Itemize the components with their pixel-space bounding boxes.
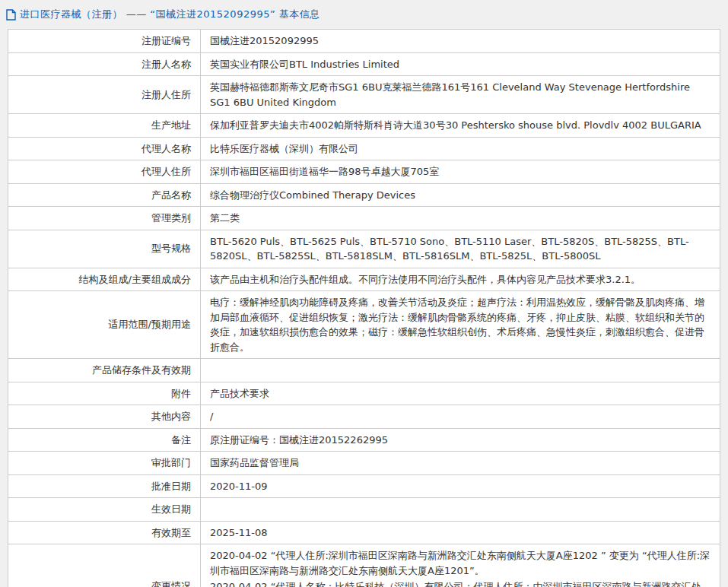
row-label-text: 附件 — [171, 388, 191, 399]
row-value-text: 比特乐医疗器械（深圳）有限公司 — [210, 143, 358, 154]
row-value: 比特乐医疗器械（深圳）有限公司 — [201, 137, 720, 160]
info-table: 注册证编号国械注进20152092995注册人名称英国实业有限公司BTL Ind… — [8, 29, 720, 587]
row-label-text: 代理人名称 — [141, 143, 191, 154]
table-row: 批准日期2020-11-09 — [8, 474, 720, 498]
row-value-text: 保加利亚普罗夫迪夫市4002帕斯特斯科肖诗大道30号30 Peshtersko … — [210, 119, 701, 131]
row-label: 型号规格 — [8, 230, 201, 268]
row-value-text: 第二类 — [210, 212, 240, 224]
table-row: 生效日期 — [8, 498, 720, 522]
row-label-text: 型号规格 — [151, 243, 191, 254]
table-row: 代理人住所深圳市福田区福田街道福华一路98号卓越大厦705室 — [8, 160, 720, 184]
row-value-text: 该产品由主机和治疗头配件组成。不同疗法使用不同治疗头配件，具体内容见产品技术要求… — [210, 274, 641, 285]
row-label: 注册人住所 — [8, 76, 201, 114]
row-value: 国家药品监督管理局 — [201, 452, 720, 475]
row-label-text: 注册人住所 — [141, 89, 191, 100]
table-row: 管理类别第二类 — [8, 207, 720, 230]
row-label-text: 产品储存条件及有效期 — [92, 364, 191, 376]
row-value: 深圳市福田区福田街道福华一路98号卓越大厦705室 — [201, 160, 720, 184]
row-value: 保加利亚普罗夫迪夫市4002帕斯特斯科肖诗大道30号30 Peshtersko … — [201, 114, 720, 138]
row-label: 管理类别 — [8, 207, 201, 230]
row-label: 生产地址 — [8, 114, 201, 138]
row-value-text: / — [210, 411, 213, 422]
row-label-text: 变更情况 — [151, 580, 191, 587]
table-row: 其他内容/ — [8, 405, 720, 429]
table-row: 注册人住所英国赫特福德郡斯蒂文尼奇市SG1 6BU克莱福兰德路161号161 C… — [8, 76, 720, 114]
row-value: 国械注进20152092995 — [201, 30, 720, 53]
row-value: 原注册证编号：国械注进20152262995 — [201, 428, 720, 452]
table-row: 产品储存条件及有效期 — [8, 359, 720, 382]
row-label-text: 有效期至 — [151, 527, 191, 538]
row-label: 变更情况 — [8, 544, 201, 587]
row-value: 2020-04-02 “代理人住所:深圳市福田区深南路与新洲路交汇处东南侧航天大… — [201, 544, 720, 587]
row-label-text: 注册人名称 — [141, 59, 191, 70]
row-label: 产品储存条件及有效期 — [8, 359, 201, 382]
page-header: 进口医疗器械（注册） —— “国械注进20152092995” 基本信息 — [0, 0, 728, 27]
page-title: 进口医疗器械（注册） —— “国械注进20152092995” 基本信息 — [20, 8, 320, 21]
row-value — [201, 498, 720, 522]
row-label: 代理人名称 — [8, 137, 201, 160]
row-label-text: 审批部门 — [151, 457, 191, 468]
row-label: 其他内容 — [8, 405, 201, 429]
table-row: 结构及组成/主要组成成分该产品由主机和治疗头配件组成。不同疗法使用不同治疗头配件… — [8, 268, 720, 291]
table-row: 适用范围/预期用途电疗：缓解神经肌肉功能障碍及疼痛，改善关节活动及炎症；超声疗法… — [8, 291, 720, 359]
row-value-text: 深圳市福田区福田街道福华一路98号卓越大厦705室 — [210, 166, 439, 177]
row-value-text: 2020-11-09 — [210, 481, 268, 492]
row-label-text: 生产地址 — [151, 119, 191, 131]
row-value-text: 英国赫特福德郡斯蒂文尼奇市SG1 6BU克莱福兰德路161号161 Clevel… — [210, 81, 690, 108]
table-row: 变更情况2020-04-02 “代理人住所:深圳市福田区深南路与新洲路交汇处东南… — [8, 544, 720, 587]
row-value: 2025-11-08 — [201, 521, 720, 544]
row-label: 审批部门 — [8, 452, 201, 475]
row-value: / — [201, 405, 720, 429]
row-value: 该产品由主机和治疗头配件组成。不同疗法使用不同治疗头配件，具体内容见产品技术要求… — [201, 268, 720, 291]
row-value-text: 原注册证编号：国械注进20152262995 — [210, 434, 388, 446]
row-label-text: 代理人住所 — [141, 166, 191, 177]
row-value: 产品技术要求 — [201, 382, 720, 405]
row-label: 适用范围/预期用途 — [8, 291, 201, 359]
row-value: 第二类 — [201, 207, 720, 230]
table-row: 注册证编号国械注进20152092995 — [8, 30, 720, 53]
table-row: 代理人名称比特乐医疗器械（深圳）有限公司 — [8, 137, 720, 160]
row-label: 产品名称 — [8, 183, 201, 207]
row-value-text: 产品技术要求 — [210, 388, 269, 399]
row-value-text: 国家药品监督管理局 — [210, 457, 299, 468]
row-label: 生效日期 — [8, 498, 201, 522]
table-row: 审批部门国家药品监督管理局 — [8, 452, 720, 475]
row-label-text: 备注 — [171, 434, 191, 446]
table-row: 有效期至2025-11-08 — [8, 521, 720, 544]
row-value: 综合物理治疗仪Combined Therapy Devices — [201, 183, 720, 207]
row-value-text: 综合物理治疗仪Combined Therapy Devices — [210, 189, 415, 201]
table-row: 生产地址保加利亚普罗夫迪夫市4002帕斯特斯科肖诗大道30号30 Peshter… — [8, 114, 720, 138]
table-row: 型号规格BTL-5620 Puls、BTL-5625 Puls、BTL-5710… — [8, 230, 720, 268]
row-value — [201, 359, 720, 382]
row-value: 英国赫特福德郡斯蒂文尼奇市SG1 6BU克莱福兰德路161号161 Clevel… — [201, 76, 720, 114]
page: 进口医疗器械（注册） —— “国械注进20152092995” 基本信息 注册证… — [0, 0, 728, 587]
info-table-body: 注册证编号国械注进20152092995注册人名称英国实业有限公司BTL Ind… — [8, 30, 720, 587]
table-row: 注册人名称英国实业有限公司BTL Industries Limited — [8, 52, 720, 76]
row-value-text: 2025-11-08 — [210, 527, 268, 538]
row-label: 备注 — [8, 428, 201, 452]
row-label-text: 管理类别 — [151, 212, 191, 224]
row-label: 注册证编号 — [8, 30, 201, 53]
row-value-text: 国械注进20152092995 — [210, 35, 319, 46]
row-label-text: 其他内容 — [151, 411, 191, 422]
row-value: 2020-11-09 — [201, 474, 720, 498]
row-label: 附件 — [8, 382, 201, 405]
row-label: 批准日期 — [8, 474, 201, 498]
row-label: 代理人住所 — [8, 160, 201, 184]
row-value: BTL-5620 Puls、BTL-5625 Puls、BTL-5710 Son… — [201, 230, 720, 268]
row-label-text: 产品名称 — [151, 189, 191, 201]
value-line: 2020-04-02 “代理人名称：比特乐科技（深圳）有限公司；代理人住所：由深… — [210, 579, 711, 587]
row-label-text: 批准日期 — [151, 481, 191, 492]
row-value: 英国实业有限公司BTL Industries Limited — [201, 52, 720, 76]
table-row: 备注原注册证编号：国械注进20152262995 — [8, 428, 720, 452]
row-label-text: 适用范围/预期用途 — [109, 319, 191, 330]
row-label-text: 结构及组成/主要组成成分 — [79, 274, 191, 285]
row-label: 注册人名称 — [8, 52, 201, 76]
row-value-text: 英国实业有限公司BTL Industries Limited — [210, 59, 399, 70]
value-line: 2020-04-02 “代理人住所:深圳市福田区深南路与新洲路交汇处东南侧航天大… — [210, 548, 711, 578]
table-row: 附件产品技术要求 — [8, 382, 720, 405]
table-row: 产品名称综合物理治疗仪Combined Therapy Devices — [8, 183, 720, 207]
row-label-text: 生效日期 — [151, 503, 191, 515]
document-icon — [6, 9, 16, 21]
row-label-text: 注册证编号 — [141, 35, 191, 46]
